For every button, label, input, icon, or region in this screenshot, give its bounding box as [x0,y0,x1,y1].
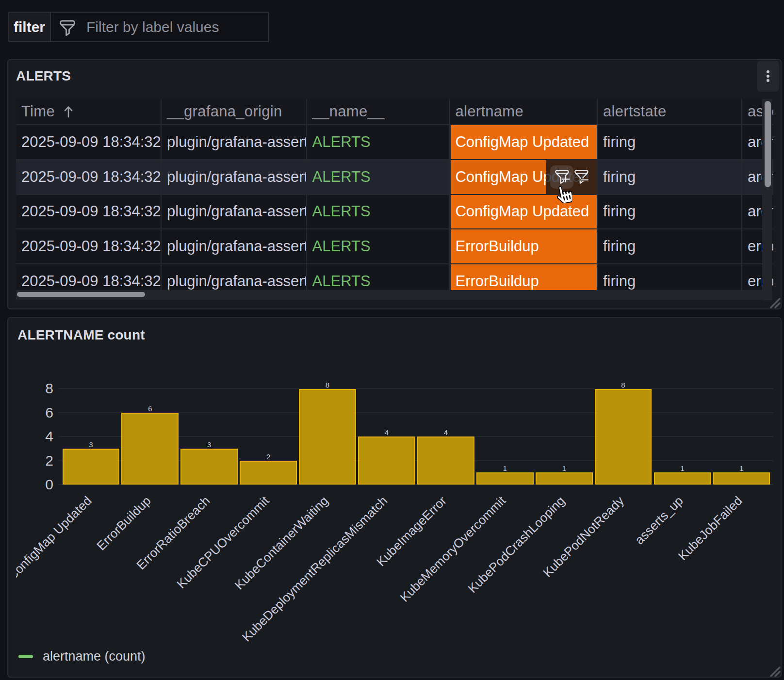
svg-text:KubeMemoryOvercommit: KubeMemoryOvercommit [397,493,508,604]
svg-text:ErrorBuildup: ErrorBuildup [94,493,153,553]
svg-text:KubePodCrashLooping: KubePodCrashLooping [465,493,568,596]
svg-text:ConfigMap Updated: ConfigMap Updated [16,493,95,583]
svg-text:asserts_up: asserts_up [632,493,686,547]
